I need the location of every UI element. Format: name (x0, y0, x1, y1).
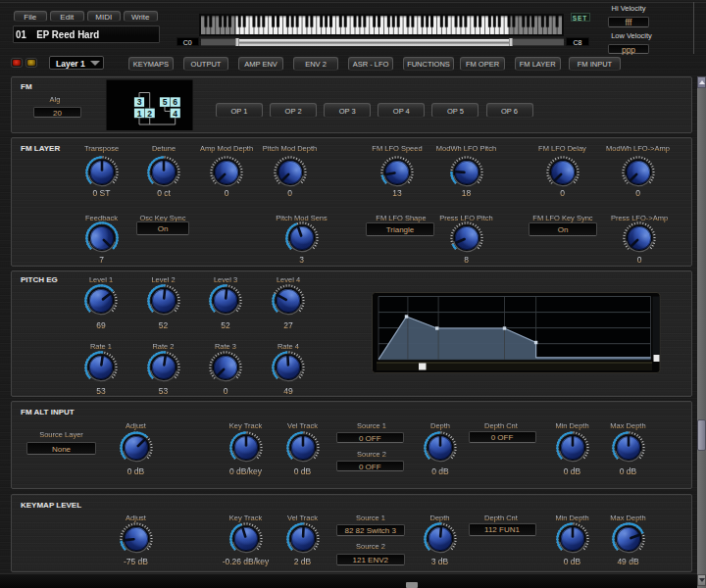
svg-text:1: 1 (137, 108, 142, 118)
svg-text:3: 3 (137, 97, 142, 107)
svg-text:4: 4 (173, 108, 177, 118)
svg-text:2: 2 (147, 108, 152, 118)
svg-text:6: 6 (173, 97, 177, 107)
svg-text:5: 5 (163, 97, 168, 107)
